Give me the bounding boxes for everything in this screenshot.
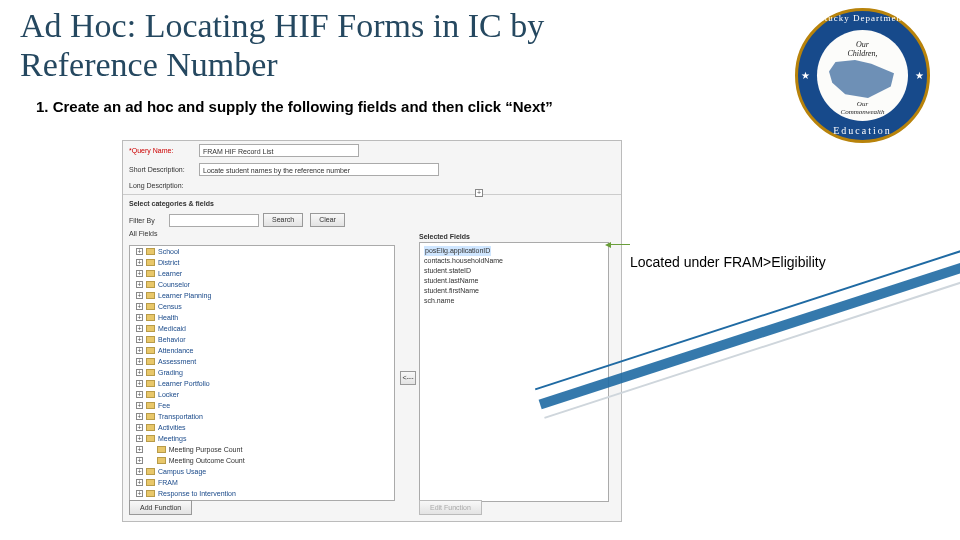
expand-icon[interactable]: + <box>136 248 143 255</box>
expand-icon[interactable]: + <box>136 325 143 332</box>
tree-item[interactable]: +Learner Planning <box>130 290 394 301</box>
expand-icon[interactable]: + <box>136 259 143 266</box>
folder-icon <box>146 303 155 310</box>
folder-icon <box>157 457 166 464</box>
logo-arc-bottom: Education <box>795 125 930 136</box>
remove-field-button[interactable]: <--- <box>400 371 416 385</box>
folder-icon <box>146 490 155 497</box>
folder-icon <box>146 314 155 321</box>
expand-icon[interactable]: + <box>136 336 143 343</box>
expand-icon[interactable]: + <box>136 391 143 398</box>
long-desc-label: Long Description: <box>129 182 199 189</box>
callout-text: Located under FRAM>Eligibility <box>630 254 826 270</box>
tree-item[interactable]: +Campus Usage <box>130 466 394 477</box>
field-tree[interactable]: +School+District+Learner+Counselor+Learn… <box>129 245 395 501</box>
logo-our2: Our <box>795 100 930 108</box>
expand-icon[interactable]: + <box>475 189 483 197</box>
folder-icon <box>146 336 155 343</box>
expand-icon[interactable]: + <box>136 402 143 409</box>
expand-icon[interactable]: + <box>136 303 143 310</box>
folder-icon <box>146 325 155 332</box>
folder-icon <box>146 347 155 354</box>
folder-icon <box>146 479 155 486</box>
expand-icon[interactable]: + <box>136 446 143 453</box>
star-icon: ★ <box>915 70 924 81</box>
folder-icon <box>146 358 155 365</box>
folder-icon <box>146 259 155 266</box>
selected-fields-label: Selected Fields <box>419 233 609 240</box>
tree-item[interactable]: +Census <box>130 301 394 312</box>
expand-icon[interactable]: + <box>136 468 143 475</box>
logo-children: Children, <box>795 49 930 58</box>
selected-field[interactable]: posElig.applicationID <box>424 246 604 256</box>
tree-item[interactable]: +Health <box>130 312 394 323</box>
search-button[interactable]: Search <box>263 213 303 227</box>
expand-icon[interactable]: + <box>136 347 143 354</box>
expand-icon[interactable]: + <box>136 479 143 486</box>
selected-field[interactable]: student.stateID <box>424 266 604 276</box>
expand-icon[interactable]: + <box>136 490 143 497</box>
expand-icon[interactable]: + <box>136 314 143 321</box>
logo-our: Our <box>795 40 930 49</box>
expand-icon[interactable]: + <box>136 358 143 365</box>
expand-icon[interactable]: + <box>136 413 143 420</box>
callout-arrow-icon <box>608 244 630 245</box>
adhoc-screenshot: *Query Name: FRAM HIF Record List Short … <box>122 140 622 522</box>
filter-by-label: Filter By <box>129 217 165 224</box>
filter-input[interactable] <box>169 214 259 227</box>
tree-item[interactable]: +School <box>130 246 394 257</box>
folder-icon <box>146 281 155 288</box>
kde-logo: Kentucky Department of Education Our Chi… <box>795 8 930 143</box>
expand-icon[interactable]: + <box>136 292 143 299</box>
short-desc-label: Short Description: <box>129 166 199 173</box>
logo-commonwealth: Commonwealth <box>795 108 930 116</box>
selected-field[interactable]: sch.name <box>424 296 604 306</box>
folder-icon <box>146 413 155 420</box>
folder-icon <box>146 402 155 409</box>
tree-item[interactable]: +Attendance <box>130 345 394 356</box>
tree-item[interactable]: +Learner <box>130 268 394 279</box>
tree-item[interactable]: + Meeting Purpose Count <box>130 444 394 455</box>
folder-icon <box>146 292 155 299</box>
tree-item[interactable]: +Response to Intervention <box>130 488 394 499</box>
selected-field[interactable]: contacts.householdName <box>424 256 604 266</box>
expand-icon[interactable]: + <box>136 380 143 387</box>
tree-item[interactable]: +Learner Portfolio <box>130 378 394 389</box>
tree-item[interactable]: +Transportation <box>130 411 394 422</box>
tree-item[interactable]: +Assessment <box>130 356 394 367</box>
tree-item[interactable]: +Meetings <box>130 433 394 444</box>
star-icon: ★ <box>801 70 810 81</box>
folder-icon <box>146 270 155 277</box>
expand-icon[interactable]: + <box>136 457 143 464</box>
tree-item[interactable]: +District <box>130 257 394 268</box>
folder-icon <box>146 248 155 255</box>
selected-field[interactable]: student.firstName <box>424 286 604 296</box>
clear-button[interactable]: Clear <box>310 213 345 227</box>
tree-item[interactable]: +Behavior <box>130 334 394 345</box>
tree-item[interactable]: +Grading <box>130 367 394 378</box>
folder-icon <box>146 424 155 431</box>
add-function-button[interactable]: Add Function <box>129 500 192 515</box>
expand-icon[interactable]: + <box>136 281 143 288</box>
tree-item[interactable]: +Medicaid <box>130 323 394 334</box>
tree-item[interactable]: +Activities <box>130 422 394 433</box>
logo-arc-top: Kentucky Department of <box>795 13 930 23</box>
expand-icon[interactable]: + <box>136 369 143 376</box>
tree-item[interactable]: +Fee <box>130 400 394 411</box>
tree-item[interactable]: +FRAM <box>130 477 394 488</box>
slide-title: Ad Hoc: Locating HIF Forms in IC by Refe… <box>0 0 610 84</box>
folder-icon <box>146 391 155 398</box>
folder-icon <box>157 446 166 453</box>
query-name-label: *Query Name: <box>129 147 199 154</box>
short-desc-input[interactable]: Locate student names by the reference nu… <box>199 163 439 176</box>
tree-item[interactable]: + Meeting Outcome Count <box>130 455 394 466</box>
folder-icon <box>146 468 155 475</box>
expand-icon[interactable]: + <box>136 270 143 277</box>
folder-icon <box>146 435 155 442</box>
query-name-input[interactable]: FRAM HIF Record List <box>199 144 359 157</box>
tree-item[interactable]: +Counselor <box>130 279 394 290</box>
expand-icon[interactable]: + <box>136 424 143 431</box>
tree-item[interactable]: +Locker <box>130 389 394 400</box>
selected-field[interactable]: student.lastName <box>424 276 604 286</box>
expand-icon[interactable]: + <box>136 435 143 442</box>
